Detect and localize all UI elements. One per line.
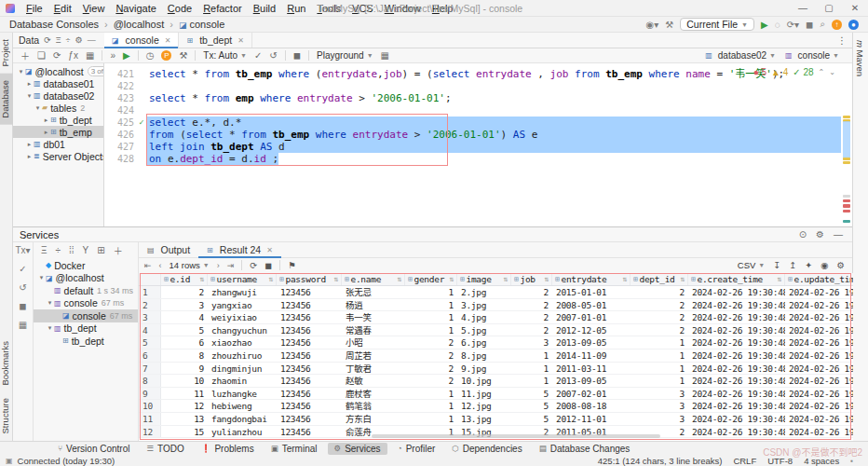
cell-e-create_time[interactable]: 2024-02-26 19:30:48	[688, 336, 785, 349]
cell-e-create_time[interactable]: 2024-02-26 19:30:48	[688, 324, 785, 336]
inspections-widget[interactable]: ● 5 ▲ 4 ✓ 28 ⌃ ⌄	[753, 67, 835, 77]
sort-icon[interactable]: ⇅	[503, 275, 508, 283]
cell-job[interactable]: 2	[511, 324, 552, 336]
cell-gender[interactable]: 1	[405, 286, 457, 298]
cell-password[interactable]: 123456	[277, 375, 342, 387]
cell-password[interactable]: 123456	[277, 299, 342, 311]
group-by-icon[interactable]: ⁞⁞	[69, 245, 75, 255]
menu-build[interactable]: Build	[248, 3, 281, 14]
cell-job[interactable]: 5	[511, 388, 552, 400]
cell-image[interactable]: 3.jpg	[457, 299, 511, 311]
maximize-button[interactable]: ▢	[816, 3, 842, 13]
table-row[interactable]: 23yangxiao123456杨逍13.jpg22008-05-0122024…	[139, 299, 853, 312]
cell-entrydate[interactable]: 2015-01-01	[552, 286, 631, 298]
column-header-entrydate[interactable]: ⊞entrydate⇅	[552, 273, 631, 285]
ai-sparkle-icon[interactable]: ✦	[805, 260, 812, 270]
toolwindow-toggle-icon[interactable]: ▣	[6, 457, 13, 465]
tab-output[interactable]: ▤ Output	[139, 242, 198, 257]
build-hammer-icon[interactable]: ⚒	[665, 20, 673, 30]
tree-item-tb-dept[interactable]: ⊞tb_dept	[34, 335, 138, 348]
toolwindow-button-database-changes[interactable]: ▤Database Changes	[533, 443, 637, 455]
cell-username[interactable]: hebiweng	[208, 400, 277, 412]
breadcrumb-item[interactable]: ◪console	[177, 19, 226, 30]
tree-item-console[interactable]: ▾▥console67 ms	[34, 297, 138, 310]
gear-icon[interactable]: ⚙	[75, 35, 83, 45]
tab-options-kebab-icon[interactable]: ⋮	[832, 34, 853, 46]
cell-image[interactable]: 6.jpg	[457, 336, 511, 349]
column-header-e-create_time[interactable]: ⊞e.create_time⇅	[688, 273, 785, 285]
column-header-image[interactable]: ⊞image⇅	[457, 273, 511, 285]
cell-image[interactable]: 8.jpg	[457, 350, 511, 362]
cell-password[interactable]: 123456	[277, 311, 342, 323]
next-page-icon[interactable]: ›	[217, 261, 220, 270]
cell-e-id[interactable]: 4	[161, 311, 208, 323]
stop-icon[interactable]: ◼	[264, 260, 272, 270]
tree-item-tables[interactable]: ▾▰tables2	[13, 102, 103, 114]
cell-e-update_time[interactable]: 2024-02-26 19:30:48	[785, 388, 853, 400]
cell-password[interactable]: 123456	[277, 413, 342, 425]
cell-e-name[interactable]: 常遇春	[342, 324, 405, 336]
encoding[interactable]: UTF-8	[767, 456, 793, 466]
cell-e-id[interactable]: 13	[161, 413, 208, 425]
error-stripe[interactable]	[841, 63, 852, 226]
table-row[interactable]: 12zhangwuji123456张无忌12.jpg22015-01-01220…	[139, 286, 853, 299]
user-account-icon[interactable]: ◉▾	[646, 20, 659, 30]
cell-image[interactable]: 4.jpg	[457, 311, 511, 323]
cell-e-update_time[interactable]: 2024-02-26 19:30:48	[785, 375, 853, 387]
table-row[interactable]: 810zhaomin123456赵敏210.jpg12013-09-051202…	[139, 375, 853, 388]
cell-e-name[interactable]: 丁敏君	[342, 363, 405, 375]
horizontal-scrollbar[interactable]	[372, 434, 660, 438]
table-row[interactable]: 911luzhangke123456鹿杖客111.jpg52007-02-013…	[139, 388, 853, 401]
cell-e-create_time[interactable]: 2024-02-26 19:30:48	[688, 413, 785, 425]
tree-item-tb-emp[interactable]: ▸⊞tb_emp	[13, 126, 103, 138]
result-grid[interactable]: ⊞e.id⇅⊞username⇅⊞password⇅⊞e.name⇅⊞gende…	[139, 273, 853, 442]
search-everywhere-icon[interactable]: ⌕	[820, 19, 825, 30]
cell-e-update_time[interactable]: 2024-02-26 19:30:48	[785, 311, 853, 323]
menu-navigate[interactable]: Navigate	[110, 3, 161, 14]
cell-job[interactable]: 2	[511, 286, 552, 298]
cell-password[interactable]: 123456	[277, 388, 342, 400]
cell-e-id[interactable]: 9	[161, 363, 208, 375]
cell-dept_id[interactable]: 2	[631, 324, 688, 336]
copy-icon[interactable]: ❏	[37, 50, 46, 61]
cell-e-create_time[interactable]: 2024-02-26 19:30:48	[688, 286, 785, 298]
cell-entrydate[interactable]: 2008-05-01	[552, 299, 631, 311]
cell-username[interactable]: zhouzhiruo	[208, 350, 277, 362]
parameters-icon[interactable]: P	[161, 50, 171, 61]
cell-dept_id[interactable]: 3	[631, 400, 688, 412]
column-header-e-id[interactable]: ⊞e.id⇅	[161, 273, 208, 285]
expand-all-icon[interactable]: Ξ	[56, 35, 61, 45]
indent-setting[interactable]: 4 spaces	[804, 456, 839, 466]
cell-username[interactable]: yulianzhou	[208, 426, 277, 438]
playground-mode-select[interactable]: Playground▼	[317, 50, 373, 61]
cell-e-update_time[interactable]: 2024-02-26 19:30:48	[785, 400, 853, 412]
run-configuration-select[interactable]: Current File▼	[680, 18, 754, 31]
tree-item-tb-dept[interactable]: ▸⊞tb_dept	[13, 114, 103, 126]
delete-rows-icon[interactable]: ▦	[86, 50, 94, 61]
cell-image[interactable]: 13.jpg	[457, 413, 511, 425]
cell-e-name[interactable]: 小昭	[342, 336, 405, 349]
ide-notification-icon[interactable]: ●	[848, 20, 859, 30]
code-line[interactable]: 426 from (select * from tb_emp where ent…	[104, 129, 852, 141]
cell-e-name[interactable]: 鹤笔翁	[342, 400, 405, 412]
tx-mode-select[interactable]: Tx: Auto▼	[203, 50, 247, 61]
column-header-gender[interactable]: ⊞gender⇅	[405, 273, 457, 285]
cell-dept_id[interactable]: 1	[631, 350, 688, 362]
code-line[interactable]: 421 select * from tb_emp where (entrydat…	[104, 68, 852, 80]
code-line[interactable]: 425✓select e.*, d.*	[104, 116, 852, 129]
chevron-down-icon[interactable]: ▾	[46, 299, 54, 307]
column-header-dept_id[interactable]: ⊞dept_id⇅	[631, 273, 688, 285]
stop-icon[interactable]: ◼	[293, 50, 301, 61]
view-as-table-icon[interactable]: ▦	[381, 50, 389, 61]
sort-icon[interactable]: ⇅	[397, 275, 401, 283]
plus-icon[interactable]: ＋	[114, 243, 123, 257]
code-line[interactable]: 428 on e.dept_id = d.id ;	[104, 153, 852, 165]
prev-error-icon[interactable]: ⌃	[819, 68, 825, 76]
chevron-right-icon[interactable]: ▸	[42, 129, 50, 136]
toolwindow-button-version-control[interactable]: ⑂Version Control	[51, 443, 136, 455]
sort-icon[interactable]: ⇅	[544, 275, 549, 283]
cell-password[interactable]: 123456	[277, 350, 342, 362]
prev-page-icon[interactable]: ‹	[159, 261, 162, 270]
cell-e-update_time[interactable]: 2024-02-26 19:30:48	[785, 363, 853, 375]
line-ending[interactable]: CRLF	[733, 456, 756, 466]
